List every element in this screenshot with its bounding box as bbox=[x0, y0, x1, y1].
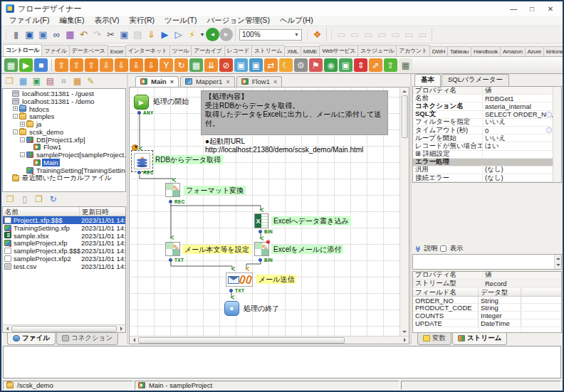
toolbar-icon[interactable]: ▣ bbox=[36, 28, 50, 41]
palette-icon[interactable]: ⊘ bbox=[219, 58, 233, 72]
palette-icon[interactable]: ⇕ bbox=[354, 58, 367, 72]
ribbon-tab[interactable]: ファイル bbox=[41, 45, 70, 56]
palette-icon[interactable]: ⇄ bbox=[264, 58, 278, 72]
expression-icon[interactable] bbox=[546, 127, 552, 133]
tree-toggle[interactable] bbox=[27, 160, 32, 165]
explorer-tab[interactable]: ファイル bbox=[7, 333, 56, 345]
ribbon-tab[interactable]: Azure bbox=[525, 46, 544, 56]
description-scrollbar[interactable] bbox=[554, 255, 561, 269]
chevron-down-icon[interactable]: ▼ bbox=[294, 32, 299, 37]
scroll-down-icon[interactable] bbox=[401, 329, 409, 336]
palette-icon[interactable]: ⇩ bbox=[100, 58, 113, 72]
ribbon-tab[interactable]: Amazon bbox=[500, 46, 526, 56]
expression-icon[interactable] bbox=[546, 112, 552, 117]
column-name[interactable]: 名前 bbox=[3, 207, 80, 216]
file-toolbar-icon[interactable]: ❐ bbox=[33, 194, 45, 205]
canvas-tab[interactable]: Flow1 × bbox=[236, 76, 283, 87]
palette-icon[interactable]: ⇧ bbox=[55, 58, 68, 72]
scroll-right-icon[interactable] bbox=[118, 325, 125, 332]
palette-icon[interactable]: ▦ bbox=[4, 58, 18, 72]
file-row[interactable]: sample.xlsx 2023/11/01 14:1 bbox=[3, 232, 125, 240]
inspector-tab[interactable]: 基本 bbox=[414, 74, 441, 86]
node-rdb-get[interactable] bbox=[134, 153, 150, 169]
tree-toggle[interactable] bbox=[6, 91, 11, 96]
ribbon-tab[interactable]: ツール bbox=[169, 45, 192, 56]
port-dot[interactable] bbox=[137, 111, 141, 115]
palette-icon[interactable]: ⇩ bbox=[115, 58, 128, 72]
tree-item[interactable]: - samples bbox=[3, 112, 125, 120]
tree-toolbar-icon[interactable]: ⌗ bbox=[58, 75, 70, 87]
palette-icon[interactable]: ⚑ bbox=[309, 58, 323, 72]
toolbar-icon[interactable]: ▷ bbox=[172, 28, 185, 41]
ribbon-tab[interactable]: Excel bbox=[108, 46, 126, 56]
palette-icon[interactable]: Y bbox=[160, 58, 173, 72]
menu-item[interactable]: バージョン管理(S) bbox=[202, 15, 274, 26]
toolbar-icon[interactable]: ↷ bbox=[90, 28, 104, 41]
port-dot[interactable] bbox=[169, 258, 172, 262]
file-toolbar-icon[interactable]: ▯ bbox=[19, 194, 31, 205]
node-format-label[interactable]: フォーマット変換 bbox=[184, 186, 246, 195]
palette-icon[interactable]: ☾ bbox=[279, 58, 293, 72]
property-grid-scrollbar[interactable] bbox=[553, 87, 561, 182]
ribbon-tab[interactable]: DWH bbox=[429, 46, 448, 56]
field-row[interactable]: COUNTS Integer bbox=[413, 312, 561, 319]
file-row[interactable]: sampleProject.xfp.$$$ 2023/11/01 14:0 bbox=[3, 247, 125, 255]
palette-icon[interactable]: ▦ bbox=[189, 58, 203, 72]
node-excel-attach[interactable]: ✎ ✱ bbox=[254, 242, 269, 256]
ribbon-tab[interactable]: インターネット bbox=[125, 45, 170, 56]
ribbon-tab[interactable]: アーカイブ bbox=[191, 45, 224, 56]
node-format[interactable]: ✎ bbox=[165, 183, 180, 197]
tree-item[interactable]: 最近開いたローカルファイル bbox=[3, 174, 125, 182]
menu-item[interactable]: ツール(T) bbox=[160, 15, 202, 26]
toolbar-icon[interactable]: ↶ bbox=[77, 28, 90, 41]
tree-toolbar-icon[interactable]: ▦ bbox=[71, 75, 83, 87]
toolbar-icon[interactable]: ▣ bbox=[23, 28, 36, 41]
node-excel-attach-label[interactable]: Excelをメールに添付 bbox=[271, 245, 343, 254]
menu-item[interactable]: 表示(V) bbox=[89, 15, 124, 26]
file-row[interactable]: sampleProject.xfp2 2023/11/01 14:1 bbox=[3, 255, 125, 263]
property-row[interactable]: レコードが無い (フローを終了する) bbox=[413, 182, 561, 183]
tree-toggle[interactable]: + bbox=[13, 106, 18, 111]
toolbar-icon[interactable]: ∞ bbox=[50, 28, 63, 41]
zoom-select[interactable]: 100% ▼ bbox=[239, 29, 302, 41]
tree-toolbar-icon[interactable]: ▦ bbox=[17, 75, 29, 87]
toolbar-icon[interactable]: ▾ bbox=[199, 28, 206, 41]
column-date[interactable]: 更新日時 bbox=[80, 207, 125, 216]
fit-view-icon[interactable]: ❖ bbox=[310, 28, 324, 41]
toolbar-icon[interactable]: ⇓ bbox=[145, 28, 158, 41]
port-dot[interactable] bbox=[169, 200, 172, 203]
ribbon-tab[interactable]: アカウント bbox=[396, 45, 429, 56]
close-icon[interactable]: × bbox=[273, 78, 277, 85]
tree-toolbar-icon[interactable]: ▤ bbox=[44, 75, 56, 87]
inspector-bottom-tab[interactable]: 変数 bbox=[417, 333, 451, 345]
file-row[interactable]: sampleProject.xfp 2023/11/01 14:1 bbox=[3, 239, 125, 247]
tree-toggle[interactable] bbox=[20, 168, 25, 173]
log-panel[interactable] bbox=[3, 346, 561, 378]
palette-icon[interactable]: ↻ bbox=[174, 58, 188, 72]
ribbon-tab[interactable]: Webサービス bbox=[319, 45, 358, 56]
tree-item[interactable]: Main bbox=[3, 159, 125, 166]
canvas-hscrollbar[interactable] bbox=[129, 336, 409, 344]
close-icon[interactable]: × bbox=[226, 78, 229, 85]
ribbon-tab[interactable]: Handbook bbox=[471, 46, 501, 56]
palette-icon[interactable]: ▦ bbox=[399, 58, 412, 72]
scroll-right-icon[interactable] bbox=[401, 337, 409, 344]
toolbar-icon[interactable]: ▶ bbox=[158, 28, 172, 41]
flow-comment[interactable]: 【処理内容】 受注RDBからデータを取得。 取得したデータをExcelに出力し、… bbox=[201, 90, 388, 135]
close-button[interactable]: ✕ bbox=[541, 3, 560, 14]
scroll-down-icon[interactable] bbox=[554, 262, 562, 269]
minimize-button[interactable]: — bbox=[504, 3, 523, 14]
ribbon-tab[interactable]: Tableau bbox=[447, 46, 471, 56]
palette-icon[interactable]: ⇊ bbox=[204, 58, 218, 72]
port-dot[interactable] bbox=[258, 258, 262, 262]
palette-icon[interactable]: ⇧ bbox=[70, 58, 83, 72]
menu-item[interactable]: 編集(E) bbox=[54, 15, 89, 26]
explorer-tab[interactable]: コネクション bbox=[56, 333, 118, 345]
palette-icon[interactable]: ▣ bbox=[339, 58, 352, 72]
toolbar-icon[interactable]: ▮ bbox=[9, 28, 23, 41]
tree-item[interactable]: + ja bbox=[3, 120, 125, 128]
tree-item[interactable]: - DB[Project1.xfp] bbox=[3, 136, 125, 144]
menu-item[interactable]: 実行(R) bbox=[124, 15, 160, 26]
tree-toolbar-icon[interactable]: ▣ bbox=[31, 75, 43, 87]
tree-item[interactable]: + htdocs bbox=[3, 105, 125, 113]
